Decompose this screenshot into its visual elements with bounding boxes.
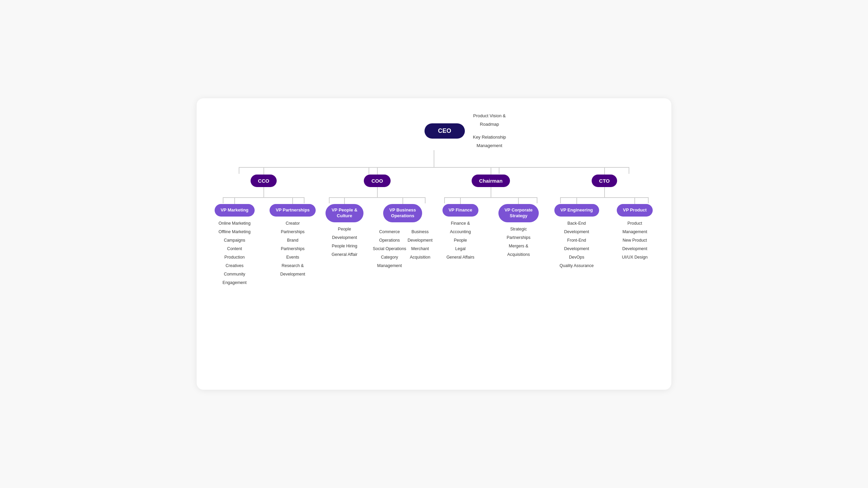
vp-mkt-tick <box>234 198 235 204</box>
vp-bizops-branch: VP BusinessOperations CommerceOperations… <box>371 198 434 270</box>
cto-node: CTO <box>592 175 617 187</box>
vp-people-branch: VP People &Culture PeopleDevelopment Peo… <box>320 198 369 259</box>
vp-partnerships-node: VP Partnerships <box>270 204 316 217</box>
item: People <box>447 236 474 245</box>
item: Events <box>280 253 305 262</box>
vp-people-items: PeopleDevelopment People Hiring General … <box>332 225 357 259</box>
note-1: Product Vision & <box>473 112 506 120</box>
cto-tick <box>604 168 605 175</box>
vp-fin-tick <box>460 198 461 204</box>
cco-vp-row: VP Marketing Online Marketing Offline Ma… <box>207 198 320 287</box>
cco-down <box>263 187 264 197</box>
coo-vp-row: VP People &Culture PeopleDevelopment Peo… <box>320 198 434 270</box>
item: Research &Development <box>280 262 305 279</box>
l2-columns: CCO VP Marketing Online Marketi <box>207 168 661 287</box>
vp-prod-tick <box>634 198 635 204</box>
item: StrategicPartnerships <box>507 225 530 242</box>
item: CommunityEngagement <box>219 270 251 287</box>
item: Creatives <box>219 262 251 270</box>
item: CategoryManagement <box>373 253 406 270</box>
vp-partnerships-branch: VP Partnerships CreatorPartnerships Bran… <box>265 198 321 279</box>
item: CommerceOperations <box>373 228 406 245</box>
item: MerchantAcquisition <box>408 245 433 262</box>
item: Back-EndDevelopment <box>559 219 594 236</box>
vp-finance-items: Finance &Accounting People Legal General… <box>447 219 474 262</box>
coo-branch: COO VP People &Culture PeopleDevelopment <box>320 168 434 270</box>
item: Online Marketing <box>219 219 251 228</box>
vp-part-tick <box>292 198 293 204</box>
ceo-node: CEO <box>425 123 465 139</box>
org-chart: CEO Product Vision & Roadmap Key Relatio… <box>197 98 671 390</box>
note-4: Management <box>473 142 506 150</box>
vp-eng-tick <box>576 198 577 204</box>
item: BrandPartnerships <box>280 236 305 253</box>
ceo-row: CEO Product Vision & Roadmap Key Relatio… <box>362 112 506 150</box>
note-2: Roadmap <box>473 120 506 129</box>
ceo-connector-down <box>434 150 434 167</box>
vp-people-node: VP People &Culture <box>326 204 363 222</box>
main-layout: CEO Product Vision & Roadmap Key Relatio… <box>207 112 661 287</box>
cto-down <box>604 187 605 197</box>
coo-down <box>377 187 378 197</box>
item: New ProductDevelopment <box>622 236 648 253</box>
item: ContentProduction <box>219 245 251 262</box>
vp-eng-branch: VP Engineering Back-EndDevelopment Front… <box>548 198 606 270</box>
vp-product-branch: VP Product ProductManagement New Product… <box>608 198 661 262</box>
vp-product-items: ProductManagement New ProductDevelopment… <box>622 219 648 262</box>
chairman-tick <box>491 168 491 175</box>
cto-branch: CTO VP Engineering Back-EndDevelopment <box>548 168 661 270</box>
cco-node: CCO <box>251 175 277 187</box>
vp-finance-branch: VP Finance Finance &Accounting People Le… <box>434 198 487 262</box>
chairman-down <box>491 187 491 197</box>
cto-vp-row: VP Engineering Back-EndDevelopment Front… <box>548 198 661 270</box>
item: Social Operations <box>373 245 406 253</box>
coo-node: COO <box>364 175 390 187</box>
vp-biz-sub-row: CommerceOperations Social Operations Cat… <box>371 225 434 270</box>
vp-biz-tick <box>402 198 403 204</box>
item: PeopleDevelopment <box>332 225 357 242</box>
vp-eng-items: Back-EndDevelopment Front-EndDevelopment… <box>559 219 594 270</box>
item: General Affair <box>332 250 357 259</box>
item: Front-EndDevelopment <box>559 236 594 253</box>
vp-marketing-items: Online Marketing Offline Marketing Campa… <box>219 219 251 287</box>
vp-ppl-tick <box>344 198 345 204</box>
item: ProductManagement <box>622 219 648 236</box>
vp-marketing-branch: VP Marketing Online Marketing Offline Ma… <box>207 198 262 287</box>
item: Offline Marketing <box>219 228 251 236</box>
vp-corp-tick <box>518 198 519 204</box>
vp-corpstrat-branch: VP CorporateStrategy StrategicPartnershi… <box>490 198 548 259</box>
item: UI/UX Design <box>622 253 648 262</box>
note-3: Key Relationship <box>473 133 506 142</box>
vp-product-node: VP Product <box>617 204 653 217</box>
item: Campaigns <box>219 236 251 245</box>
ceo-column: CEO <box>425 123 465 139</box>
item: Legal <box>447 245 474 253</box>
item: CreatorPartnerships <box>280 219 305 236</box>
ceo-notes: Product Vision & Roadmap Key Relationshi… <box>473 112 506 150</box>
vp-biz-col2: BusinessDevelopment MerchantAcquisition <box>408 228 433 262</box>
cco-tick <box>263 168 264 175</box>
chairman-vp-row: VP Finance Finance &Accounting People Le… <box>434 198 548 262</box>
vp-biz-col1: CommerceOperations Social Operations Cat… <box>373 228 406 270</box>
vp-corpstrat-node: VP CorporateStrategy <box>498 204 539 222</box>
chairman-branch: Chairman VP Finance Finance &Accounting <box>434 168 548 262</box>
item: Finance &Accounting <box>447 219 474 236</box>
vp-eng-node: VP Engineering <box>554 204 599 217</box>
vp-marketing-node: VP Marketing <box>215 204 255 217</box>
vp-bizops-node: VP BusinessOperations <box>383 204 422 222</box>
item: Quality Assurance <box>559 262 594 270</box>
item: BusinessDevelopment <box>408 228 433 245</box>
cco-branch: CCO VP Marketing Online Marketi <box>207 168 320 287</box>
coo-tick <box>377 168 378 175</box>
chairman-node: Chairman <box>472 175 510 187</box>
vp-partnerships-items: CreatorPartnerships BrandPartnerships Ev… <box>280 219 305 279</box>
item: Mergers &Acquisitions <box>507 242 530 259</box>
vp-finance-node: VP Finance <box>442 204 478 217</box>
item: DevOps <box>559 253 594 262</box>
item: People Hiring <box>332 242 357 250</box>
item: General Affairs <box>447 253 474 262</box>
vp-corpstrat-items: StrategicPartnerships Mergers &Acquisiti… <box>507 225 530 259</box>
